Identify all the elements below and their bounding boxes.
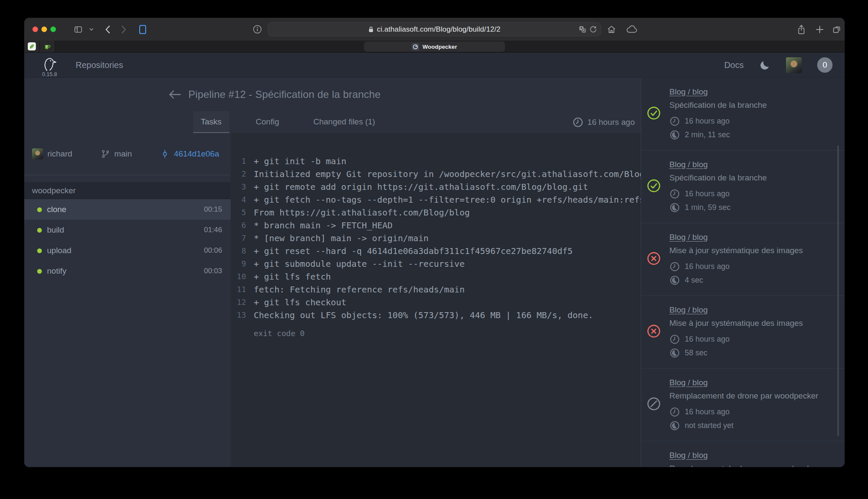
- step-duration: 01:46: [204, 226, 222, 234]
- tab-config[interactable]: Config: [248, 111, 287, 133]
- build-status-success-icon: [647, 179, 660, 192]
- nav-repositories[interactable]: Repositories: [76, 60, 123, 70]
- clock-icon: [572, 117, 584, 128]
- build-entry[interactable]: Blog / blogSpécification de la branche16…: [641, 78, 845, 151]
- build-entry[interactable]: Blog / blogRemplacement de drone par woo…: [641, 441, 845, 467]
- log-line: 4+ git fetch --no-tags --depth=1 --filte…: [231, 193, 641, 206]
- build-time-ago: 16 hours ago: [685, 262, 730, 271]
- notification-badge[interactable]: 0: [817, 57, 833, 73]
- branch-icon: [101, 149, 110, 159]
- build-repo-link[interactable]: Blog / blog: [669, 305, 708, 315]
- sidebar-scrollbar[interactable]: [837, 145, 839, 436]
- translate-icon[interactable]: [579, 26, 586, 33]
- build-entry[interactable]: Blog / blogRemplacement de drone par woo…: [641, 369, 845, 441]
- build-repo-link[interactable]: Blog / blog: [669, 160, 708, 169]
- build-time-ago-row: 16 hours ago: [669, 261, 836, 272]
- duration-icon: [669, 130, 680, 140]
- cloud-icon[interactable]: [623, 18, 640, 41]
- build-duration-row: 4 sec: [669, 275, 836, 286]
- log-line-number: 11: [231, 283, 246, 296]
- build-repo-link[interactable]: Blog / blog: [669, 233, 708, 242]
- build-repo-link[interactable]: Blog / blog: [669, 451, 708, 460]
- info-icon[interactable]: [250, 18, 264, 41]
- step-name: clone: [47, 205, 66, 214]
- build-message: Mise à jour systématique des images: [669, 319, 836, 328]
- leaf-favicon-icon: [28, 42, 36, 50]
- browser-tab-woodpecker[interactable]: Woodpecker: [364, 41, 505, 52]
- step-notify[interactable]: notify00:03: [24, 261, 231, 281]
- address-bar[interactable]: ci.athaliasoft.com/Blog/blog/build/12/2: [268, 22, 601, 36]
- url-text: ci.athaliasoft.com/Blog/blog/build/12/2: [377, 25, 500, 34]
- back-arrow-icon[interactable]: [168, 89, 182, 100]
- back-icon[interactable]: [100, 23, 115, 36]
- pipeline-time-ago: 16 hours ago: [587, 118, 635, 127]
- minimize-window-button[interactable]: [41, 27, 47, 32]
- sidebar-toggle-icon[interactable]: [70, 23, 86, 36]
- build-duration-row: 58 sec: [669, 347, 836, 359]
- build-time-ago-row: 16 hours ago: [669, 406, 836, 418]
- log-line-number: 13: [231, 309, 246, 322]
- log-line: 2Initialized empty Git repository in /wo…: [231, 168, 641, 180]
- tab-tasks[interactable]: Tasks: [193, 111, 229, 133]
- log-line: 6* branch main -> FETCH_HEAD: [231, 219, 641, 232]
- new-tab-icon[interactable]: [812, 18, 828, 41]
- step-status-dot: [37, 248, 42, 253]
- tab-changed-files-1[interactable]: Changed files (1): [306, 111, 383, 133]
- step-name: upload: [47, 246, 71, 255]
- user-avatar[interactable]: [786, 57, 802, 73]
- commit-icon: [160, 149, 170, 159]
- dark-mode-moon-icon[interactable]: [759, 59, 771, 71]
- duration-icon: [669, 275, 680, 286]
- build-time-ago: 16 hours ago: [685, 117, 730, 126]
- log-line-number: 7: [231, 232, 246, 245]
- close-window-button[interactable]: [32, 27, 38, 32]
- log-line-number: 5: [231, 206, 246, 219]
- clock-icon: [669, 334, 680, 345]
- log-panel[interactable]: 1+ git init -b main2Initialized empty Gi…: [231, 133, 641, 467]
- reader-page-icon[interactable]: [135, 23, 151, 36]
- reload-icon[interactable]: [589, 26, 597, 33]
- log-line-text: fetch: Fetching reference refs/heads/mai…: [254, 283, 465, 296]
- clock-icon: [669, 116, 680, 127]
- steps-list: clone00:15build01:46upload00:06notify00:…: [24, 199, 231, 281]
- build-duration: 2 min, 11 sec: [685, 130, 730, 139]
- pinned-tab-leaf[interactable]: [24, 41, 40, 52]
- chevron-down-icon[interactable]: [88, 23, 95, 36]
- author-group: richard: [32, 148, 72, 159]
- woodpecker-logo[interactable]: 0.15.8: [41, 56, 58, 77]
- share-icon[interactable]: [793, 18, 809, 41]
- build-entry[interactable]: Blog / blogSpécification de la branche16…: [641, 151, 845, 223]
- forward-icon[interactable]: [117, 23, 131, 36]
- home-icon[interactable]: [604, 18, 619, 41]
- tab-overview-icon[interactable]: [828, 18, 845, 41]
- lock-icon: [368, 26, 374, 33]
- duration-icon: [669, 348, 680, 358]
- step-duration: 00:03: [204, 267, 222, 275]
- build-entry[interactable]: Blog / blogMise à jour systématique des …: [641, 296, 845, 369]
- build-status-failure-icon: [647, 252, 660, 265]
- browser-toolbar: ci.athaliasoft.com/Blog/blog/build/12/2: [24, 18, 845, 41]
- log-line-number: 8: [231, 245, 246, 257]
- step-clone[interactable]: clone00:15: [24, 199, 231, 220]
- build-repo-link[interactable]: Blog / blog: [669, 378, 708, 387]
- step-build[interactable]: build01:46: [24, 220, 231, 240]
- commit-group[interactable]: 4614d1e06a: [160, 149, 219, 159]
- nav-docs[interactable]: Docs: [724, 60, 744, 70]
- build-message: Spécification de la branche: [669, 100, 836, 110]
- zoom-window-button[interactable]: [50, 27, 56, 32]
- log-line-number: 3: [231, 180, 246, 193]
- build-duration: 1 min, 59 sec: [685, 203, 730, 212]
- build-message: Mise à jour systématique des images: [669, 246, 836, 255]
- woodpecker-bird-icon: [41, 56, 58, 72]
- build-repo-link[interactable]: Blog / blog: [669, 87, 708, 97]
- pinned-tab-gitea[interactable]: [40, 41, 55, 52]
- build-duration: 58 sec: [685, 348, 707, 357]
- browser-window: ci.athaliasoft.com/Blog/blog/build/12/2: [24, 18, 845, 467]
- build-entry[interactable]: Blog / blogMise à jour systématique des …: [641, 223, 845, 296]
- log-line: 12+ git lfs checkout: [231, 296, 641, 309]
- build-time-ago-row: 16 hours ago: [669, 188, 836, 200]
- pipeline-meta-row: richard main: [24, 133, 231, 175]
- step-upload[interactable]: upload00:06: [24, 240, 231, 261]
- log-line: 9+ git submodule update --init --recursi…: [231, 257, 641, 270]
- log-lines: 1+ git init -b main2Initialized empty Gi…: [231, 155, 641, 322]
